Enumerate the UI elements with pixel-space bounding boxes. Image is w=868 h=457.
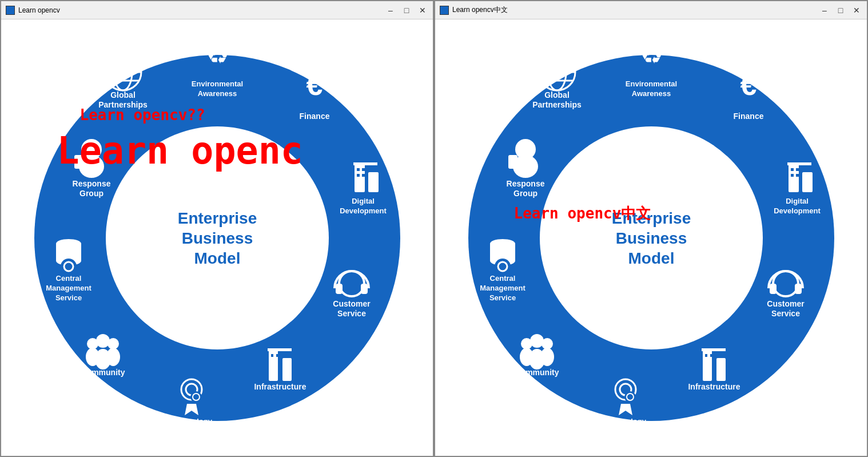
svg-text:Business: Business: [615, 229, 687, 247]
svg-text:Awareness: Awareness: [197, 89, 236, 98]
svg-rect-123: [508, 155, 517, 169]
close-button-right[interactable]: ✕: [851, 5, 862, 16]
svg-rect-83: [791, 168, 794, 171]
svg-text:Development: Development: [774, 206, 821, 215]
svg-rect-33: [268, 348, 292, 351]
svg-text:Service: Service: [55, 293, 81, 302]
svg-text:Partnerships: Partnerships: [532, 100, 582, 109]
svg-rect-81: [802, 172, 813, 192]
svg-text:€: €: [740, 68, 756, 101]
svg-text:€: €: [306, 68, 322, 101]
svg-text:Finance: Finance: [733, 112, 763, 121]
svg-point-111: [540, 348, 554, 366]
title-bar-controls-left[interactable]: – □ ✕: [385, 5, 428, 16]
svg-point-53: [61, 259, 77, 275]
title-bar-left-section: Learn opencv: [6, 6, 60, 15]
svg-text:Model: Model: [194, 249, 240, 267]
svg-text:Business: Business: [181, 229, 253, 247]
svg-rect-97: [705, 354, 707, 357]
svg-text:♻: ♻: [206, 41, 228, 69]
svg-rect-86: [796, 174, 799, 177]
svg-rect-21: [362, 168, 365, 171]
svg-point-44: [96, 334, 110, 348]
svg-text:Central: Central: [55, 274, 81, 283]
svg-rect-98: [710, 354, 712, 357]
svg-text:Response: Response: [72, 179, 110, 188]
svg-text:Model: Model: [628, 249, 674, 267]
svg-rect-82: [787, 162, 811, 165]
svg-text:Community: Community: [515, 368, 559, 377]
svg-rect-84: [796, 168, 799, 171]
svg-rect-28: [361, 284, 368, 294]
svg-text:Global: Global: [544, 90, 570, 100]
svg-rect-96: [702, 348, 726, 351]
svg-rect-35: [276, 354, 278, 357]
svg-rect-34: [271, 354, 273, 357]
maximize-button-right[interactable]: □: [835, 5, 846, 16]
diagram-svg-right: Enterprise Business Model Global Partner…: [457, 26, 846, 450]
minimize-button-left[interactable]: –: [385, 5, 396, 16]
minimize-button-right[interactable]: –: [819, 5, 830, 16]
title-bar-controls-right[interactable]: – □ ✕: [819, 5, 862, 16]
svg-text:Development: Development: [340, 206, 387, 215]
maximize-button-left[interactable]: □: [401, 5, 412, 16]
close-button-left[interactable]: ✕: [417, 5, 428, 16]
window-right: Learn opencv中文 – □ ✕ Enterprise Business…: [434, 0, 868, 457]
window-left: Learn opencv – □ ✕ Enterprise Business M…: [0, 0, 434, 457]
svg-rect-17: [355, 164, 365, 192]
svg-text:Service: Service: [489, 293, 515, 302]
svg-rect-60: [74, 155, 83, 169]
svg-text:Enterprise: Enterprise: [611, 209, 691, 227]
app-icon-right: [440, 6, 449, 15]
app-icon-left: [6, 6, 15, 15]
svg-text:Service: Service: [771, 309, 800, 318]
svg-text:Community: Community: [81, 368, 125, 377]
title-bar-left: Learn opencv – □ ✕: [1, 1, 433, 19]
svg-point-48: [106, 348, 120, 366]
title-bar-right: Learn opencv中文 – □ ✕: [435, 1, 867, 19]
svg-text:Group: Group: [513, 189, 537, 198]
svg-text:Central: Central: [489, 274, 515, 283]
svg-text:Service: Service: [337, 309, 366, 318]
svg-text:Customer: Customer: [767, 299, 805, 308]
title-bar-right-section: Learn opencv中文: [440, 5, 508, 15]
svg-text:Certificates: Certificates: [605, 427, 646, 435]
svg-text:Infrastructure: Infrastructure: [254, 382, 306, 391]
svg-rect-18: [368, 172, 379, 192]
svg-text:Global: Global: [110, 90, 136, 100]
svg-text:Digital: Digital: [786, 197, 809, 205]
svg-text:Enterprise: Enterprise: [177, 209, 257, 227]
svg-rect-27: [336, 284, 343, 294]
svg-rect-22: [357, 174, 360, 177]
svg-rect-95: [716, 358, 726, 381]
svg-rect-23: [362, 174, 365, 177]
svg-text:Management: Management: [46, 284, 91, 292]
svg-text:Environmental: Environmental: [625, 80, 676, 88]
svg-point-107: [530, 334, 544, 348]
window-title-right: Learn opencv中文: [452, 5, 508, 15]
svg-point-116: [495, 259, 511, 275]
window-content-left: Enterprise Business Model Global Partner…: [1, 19, 433, 456]
svg-text:Certificates: Certificates: [171, 427, 212, 435]
svg-text:Management: Management: [480, 284, 525, 292]
svg-text:Finance: Finance: [299, 112, 329, 121]
svg-rect-90: [770, 284, 777, 294]
svg-rect-20: [357, 168, 360, 171]
svg-text:Environmental: Environmental: [191, 80, 242, 88]
svg-text:♻: ♻: [640, 41, 662, 69]
svg-text:Technology: Technology: [605, 417, 647, 426]
window-content-right: Enterprise Business Model Global Partner…: [435, 19, 867, 456]
diagram-left: Enterprise Business Model Global Partner…: [23, 26, 412, 450]
svg-text:Group: Group: [79, 189, 103, 198]
svg-rect-85: [791, 174, 794, 177]
svg-text:Partnerships: Partnerships: [98, 100, 148, 109]
svg-text:Infrastructure: Infrastructure: [688, 382, 740, 391]
window-title-left: Learn opencv: [18, 6, 60, 14]
diagram-svg-left: Enterprise Business Model Global Partner…: [23, 26, 412, 450]
svg-rect-91: [795, 284, 802, 294]
diagram-right: Enterprise Business Model Global Partner…: [457, 26, 846, 450]
svg-text:Awareness: Awareness: [631, 89, 670, 98]
svg-text:Digital: Digital: [352, 197, 375, 205]
svg-text:Customer: Customer: [333, 299, 371, 308]
svg-text:Technology: Technology: [171, 417, 213, 426]
